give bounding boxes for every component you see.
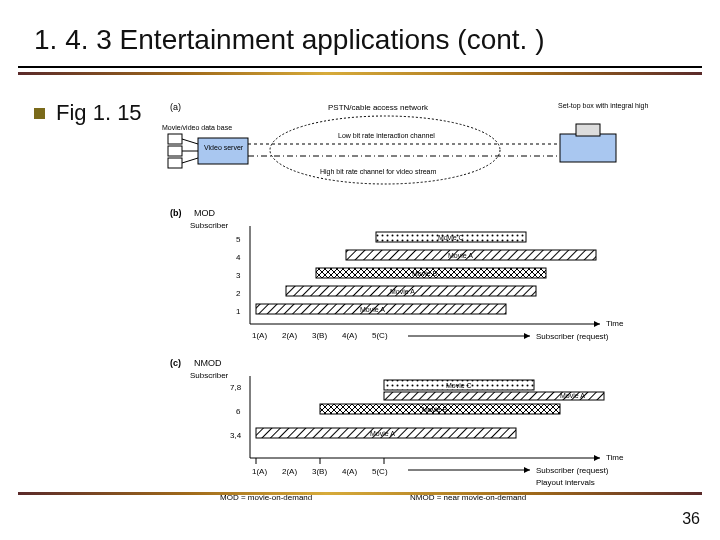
nmod-ylabel: Subscriber [190, 371, 229, 380]
panel-b-label: (b) [170, 208, 182, 218]
nmod-movie-c: Movie C [446, 382, 472, 389]
mod-note: Subscriber (request) [536, 332, 609, 341]
bullet-text: Fig 1. 15 [56, 100, 142, 126]
nmod-y1: 7,8 [230, 383, 242, 392]
high-ch-label: High bit rate channel for video stream [320, 168, 437, 176]
svg-rect-10 [198, 138, 248, 164]
title-underline [18, 66, 702, 68]
settop-label: Set-top box with integral high bit rate … [558, 102, 650, 110]
mod-movie-a2: Movie A [390, 288, 415, 295]
nmod-y3: 3,4 [230, 431, 242, 440]
nmod-t4: 4(A) [342, 467, 357, 476]
nmod-note1: Subscriber (request) [536, 466, 609, 475]
svg-rect-8 [168, 146, 182, 156]
figure-1-15: (a) Movie/video data base Video server P… [160, 98, 650, 506]
svg-text:2: 2 [236, 289, 241, 298]
svg-text:1: 1 [236, 307, 241, 316]
mod-movie-a1: Movie A [360, 306, 385, 313]
svg-rect-9 [168, 158, 182, 168]
bullet-icon [34, 108, 45, 119]
page-number: 36 [682, 510, 700, 528]
mod-t2: 2(A) [282, 331, 297, 340]
svg-rect-18 [576, 124, 600, 136]
nmod-movie-b: Movie B [422, 406, 448, 413]
mod-t5: 5(C) [372, 331, 388, 340]
svg-rect-17 [560, 134, 616, 162]
mod-t3: 3(B) [312, 331, 327, 340]
svg-text:4: 4 [236, 253, 241, 262]
nmod-t2: 2(A) [282, 467, 297, 476]
svg-line-11 [182, 139, 198, 144]
mod-heading: MOD [194, 208, 215, 218]
mod-t4: 4(A) [342, 331, 357, 340]
page-title: 1. 4. 3 Entertainment applications (cont… [34, 24, 545, 56]
mod-t1: 1(A) [252, 331, 267, 340]
footer-nmod: NMOD = near movie-on-demand [410, 493, 526, 502]
svg-line-13 [182, 158, 198, 163]
video-server-label: Video server [204, 144, 244, 151]
svg-text:5: 5 [236, 235, 241, 244]
panel-a-label: (a) [170, 102, 181, 112]
nmod-movie-a: Movie A [370, 430, 395, 437]
nmod-t3: 3(B) [312, 467, 327, 476]
footer-mod: MOD = movie-on-demand [220, 493, 312, 502]
mod-movie-c: Movie C [438, 234, 464, 241]
panel-c-label: (c) [170, 358, 181, 368]
slide: 1. 4. 3 Entertainment applications (cont… [0, 0, 720, 540]
nmod-t5: 5(C) [372, 467, 388, 476]
low-ch-label: Low bit rate interaction channel [338, 132, 435, 139]
nmod-xlabel: Time [606, 453, 624, 462]
nmod-y2: 6 [236, 407, 241, 416]
accent-rule-top [18, 72, 702, 75]
mod-xlabel: Time [606, 319, 624, 328]
mod-movie-a3: Movie A [448, 252, 473, 259]
nmod-movie-a2: Movie A [560, 392, 585, 399]
mod-ylabel: Subscriber [190, 221, 229, 230]
svg-text:3: 3 [236, 271, 241, 280]
nmod-t1: 1(A) [252, 467, 267, 476]
svg-rect-7 [168, 134, 182, 144]
mod-movie-b: Movie B [412, 270, 438, 277]
pstn-label: PSTN/cable access network [328, 103, 429, 112]
nmod-note2: Playout intervals [536, 478, 595, 487]
db-label: Movie/video data base [162, 124, 232, 131]
nmod-heading: NMOD [194, 358, 222, 368]
